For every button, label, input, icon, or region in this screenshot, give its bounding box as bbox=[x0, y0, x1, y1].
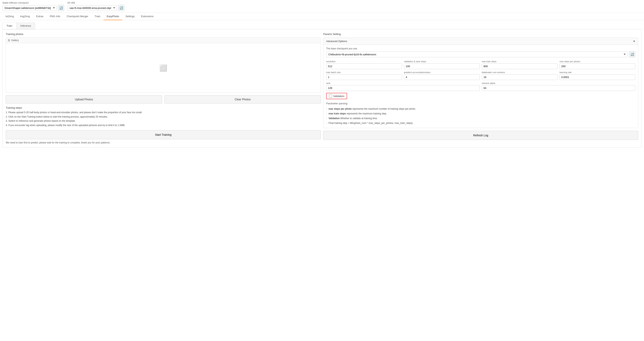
params-grid-3: rank network alpha bbox=[326, 82, 635, 91]
parsing-item-3: Validation Whether to validate at traini… bbox=[326, 116, 635, 121]
content-area: Training photos 🖼 Gallery ⬜ Upload Photo… bbox=[2, 29, 642, 147]
training-step-1: 1. Please upload 5-20 half-body photos o… bbox=[6, 110, 321, 115]
advanced-options-title: Advanced Options bbox=[326, 40, 347, 43]
param-gradient-accumulation: gradient accumulationsteps bbox=[404, 71, 480, 80]
base-checkpoint-label: The base checkpoint you use. bbox=[326, 47, 635, 50]
nav-tab-checkpoint-merger[interactable]: Checkpoint Merger bbox=[63, 13, 92, 20]
gallery-box: 🖼 Gallery ⬜ bbox=[6, 38, 321, 93]
param-resolution-label: resolution bbox=[326, 60, 402, 63]
nav-tab-extras[interactable]: Extras bbox=[33, 13, 46, 20]
param-dataloader-num-workers-label: dataloader num workers bbox=[482, 71, 558, 74]
sd-vae-refresh-btn[interactable]: 🔄 bbox=[118, 5, 124, 11]
parsing-item-2: max train steps represents the maximum t… bbox=[326, 111, 635, 116]
base-checkpoint-row: Chilloutmix-Ni-pruned-fp16-fix.safetenso… bbox=[326, 51, 635, 58]
param-validation-save-steps: validation & save steps bbox=[404, 60, 480, 69]
sd-vae-row: vae-ft-mse-840000-ema-pruned.ckpt 🔄 bbox=[67, 5, 124, 11]
nav-tab-extensions[interactable]: Extensions bbox=[138, 13, 157, 20]
params-grid-2: train batch size gradient accumulationst… bbox=[326, 71, 635, 80]
param-network-alpha-label: network alpha bbox=[482, 82, 635, 84]
parsing-item-3-bold: Validation bbox=[328, 117, 340, 120]
nav-tab-txt2img[interactable]: txt2img bbox=[2, 13, 17, 20]
sd-vae-label: SD VAE bbox=[67, 2, 124, 4]
params-setting-title: Params Setting bbox=[323, 33, 638, 36]
advanced-options-box: Advanced Options ▼ The base checkpoint y… bbox=[323, 38, 638, 128]
gallery-label: Gallery bbox=[11, 39, 19, 42]
advanced-options-collapse-icon[interactable]: ▼ bbox=[633, 40, 635, 43]
clear-photos-btn[interactable]: Clear Photos bbox=[164, 95, 321, 104]
nav-tab-easyphoto[interactable]: EasyPhoto bbox=[104, 13, 122, 20]
nav-tab-img2img[interactable]: img2img bbox=[17, 13, 33, 20]
params-grid-1: resolution validation & save steps max t… bbox=[326, 60, 635, 69]
sd-checkpoint-row: DreamShaper.safetensors [ed989d673d] 🔄 bbox=[2, 5, 64, 11]
bottom-note: We need to train first to predict, pleas… bbox=[6, 141, 321, 144]
param-learning-rate: learning rate bbox=[560, 71, 635, 80]
param-max-train-steps: max train steps bbox=[482, 60, 558, 69]
param-dataloader-num-workers-input[interactable] bbox=[482, 74, 558, 80]
sd-vae-group: SD VAE vae-ft-mse-840000-ema-pruned.ckpt… bbox=[67, 2, 124, 11]
param-resolution-input[interactable] bbox=[326, 63, 402, 69]
param-max-train-steps-label: max train steps bbox=[482, 60, 558, 63]
param-rank-label: rank bbox=[326, 82, 480, 84]
sd-vae-select[interactable]: vae-ft-mse-840000-ema-pruned.ckpt bbox=[67, 5, 117, 11]
nav-tab-train[interactable]: Train bbox=[92, 13, 104, 20]
sd-checkpoint-group: Stable Diffusion checkpoint DreamShaper.… bbox=[2, 2, 64, 11]
sub-tab-inference[interactable]: Inference bbox=[16, 23, 35, 29]
param-resolution: resolution bbox=[326, 60, 402, 69]
training-step-4: 4. If you encounter lag when uploading, … bbox=[6, 123, 321, 128]
parameter-parsing-title: Parameter parsing: bbox=[326, 102, 635, 105]
training-photos-title: Training photos bbox=[6, 33, 321, 36]
gallery-placeholder-icon: ⬜ bbox=[159, 64, 167, 72]
parsing-item-4-text: Final training step = Min(photo_num * ma… bbox=[328, 122, 413, 125]
training-steps-title: Training steps: bbox=[6, 106, 321, 109]
param-gradient-accumulation-label: gradient accumulationsteps bbox=[404, 71, 480, 74]
param-rank-input[interactable] bbox=[326, 85, 480, 91]
param-max-steps-per-photos: max steps per photos bbox=[560, 60, 635, 69]
nav-tabs: txt2img img2img Extras PNG Info Checkpoi… bbox=[0, 13, 644, 20]
parsing-item-2-rest: represents the maximum training step. bbox=[346, 112, 387, 115]
param-gradient-accumulation-input[interactable] bbox=[404, 74, 480, 80]
parsing-item-3-rest: Whether to validate at training time. bbox=[340, 117, 378, 120]
parsing-item-1: max steps per photo represents the maxim… bbox=[326, 107, 635, 111]
param-learning-rate-label: learning rate bbox=[560, 71, 635, 74]
training-step-3: 3. Switch to Inference and generate phot… bbox=[6, 119, 321, 123]
refresh-log-btn[interactable]: Refresh Log bbox=[323, 131, 638, 140]
validation-row: Validation bbox=[326, 93, 635, 99]
parameter-parsing-list: max steps per photo represents the maxim… bbox=[326, 107, 635, 125]
param-validation-save-steps-label: validation & save steps bbox=[404, 60, 480, 63]
training-step-2: 2. Click on the Start Training button be… bbox=[6, 115, 321, 119]
param-learning-rate-input[interactable] bbox=[560, 74, 635, 80]
parsing-item-1-rest: represents the maximum number of trainin… bbox=[352, 108, 416, 110]
param-train-batch-size-input[interactable] bbox=[326, 74, 402, 80]
gallery-header: 🖼 Gallery bbox=[6, 38, 320, 43]
param-max-train-steps-input[interactable] bbox=[482, 63, 558, 69]
param-max-steps-per-photos-input[interactable] bbox=[560, 63, 635, 69]
param-dataloader-num-workers: dataloader num workers bbox=[482, 71, 558, 80]
param-validation-save-steps-input[interactable] bbox=[404, 63, 480, 69]
param-rank: rank bbox=[326, 82, 480, 91]
base-checkpoint-select[interactable]: Chilloutmix-Ni-pruned-fp16-fix.safetenso… bbox=[326, 52, 628, 57]
sd-checkpoint-select[interactable]: DreamShaper.safetensors [ed989d673d] bbox=[2, 5, 57, 11]
sub-tabs: Train Inference bbox=[2, 23, 35, 29]
parsing-item-2-bold: max train steps bbox=[328, 112, 346, 115]
refresh-log-row: Refresh Log bbox=[323, 131, 638, 140]
sub-tab-train[interactable]: Train bbox=[2, 23, 16, 29]
nav-tab-settings[interactable]: Settings bbox=[122, 13, 138, 20]
advanced-options-body: The base checkpoint you use. Chilloutmix… bbox=[324, 45, 638, 128]
upload-photos-btn[interactable]: Upload Photos bbox=[6, 95, 162, 104]
parsing-item-1-bold: max steps per photo bbox=[328, 108, 352, 110]
left-panel: Training photos 🖼 Gallery ⬜ Upload Photo… bbox=[6, 33, 321, 144]
sd-checkpoint-refresh-btn[interactable]: 🔄 bbox=[58, 5, 64, 11]
base-checkpoint-refresh-btn[interactable]: 🔄 bbox=[629, 51, 635, 58]
parsing-item-4: Final training step = Min(photo_num * ma… bbox=[326, 121, 635, 125]
main-content: Train Inference Training photos 🖼 Galler… bbox=[0, 20, 644, 150]
param-train-batch-size-label: train batch size bbox=[326, 71, 402, 74]
start-btn-row: Start Training bbox=[6, 130, 321, 139]
training-steps-list: 1. Please upload 5-20 half-body photos o… bbox=[6, 110, 321, 127]
sd-checkpoint-label: Stable Diffusion checkpoint bbox=[2, 2, 64, 4]
nav-tab-pnginfo[interactable]: PNG Info bbox=[46, 13, 63, 20]
validation-checkbox[interactable] bbox=[329, 94, 332, 98]
param-network-alpha: network alpha bbox=[482, 82, 635, 91]
param-network-alpha-input[interactable] bbox=[482, 85, 635, 91]
start-training-btn[interactable]: Start Training bbox=[6, 130, 321, 139]
validation-checkbox-wrap: Validation bbox=[326, 93, 347, 99]
